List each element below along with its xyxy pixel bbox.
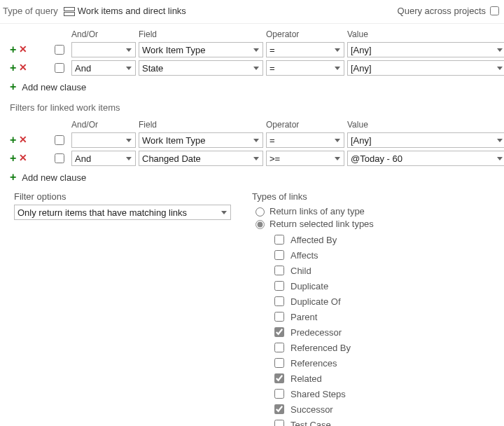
link-type-option[interactable]: Referenced By [272, 341, 483, 355]
linked-clause-row: +✕ [0, 131, 504, 149]
link-type-option[interactable]: Parent [272, 310, 483, 324]
clause-group-checkbox[interactable] [55, 135, 64, 145]
link-type-checkbox[interactable] [274, 281, 284, 291]
link-types-radio-selected[interactable]: Return selected link types [252, 217, 483, 230]
link-type-label: Affects [290, 250, 318, 261]
remove-clause-icon[interactable]: ✕ [19, 44, 27, 55]
link-type-checkbox[interactable] [274, 389, 284, 399]
clause-field-select[interactable] [139, 60, 263, 76]
link-type-option[interactable]: Duplicate [272, 279, 483, 293]
link-type-option[interactable]: Duplicate Of [272, 294, 483, 308]
add-new-clause-top[interactable]: + Add new clause [0, 77, 86, 97]
remove-clause-icon[interactable]: ✕ [19, 135, 27, 146]
link-type-checkbox[interactable] [274, 343, 284, 352]
link-type-checkbox[interactable] [274, 235, 284, 245]
top-clause-row: +✕ [0, 59, 504, 77]
clause-operator-select[interactable] [266, 60, 344, 76]
top-bar: Type of query Work items and direct link… [0, 0, 504, 24]
link-type-label: Duplicate Of [290, 296, 341, 307]
clause-value-select[interactable] [347, 60, 504, 76]
clause-field-select[interactable] [139, 132, 263, 148]
clause-andor-select[interactable] [71, 42, 136, 57]
clause-group-checkbox[interactable] [55, 153, 64, 163]
clause-header-row-linked: And/Or Field Operator Value [0, 118, 504, 131]
header-operator: Operator [266, 120, 344, 130]
linked-clause-row: +✕ [0, 149, 504, 167]
query-across-projects-toggle[interactable]: Query across projects [398, 4, 501, 18]
clause-operator-select[interactable] [266, 42, 344, 57]
linked-filters-title: Filters for linked work items [0, 97, 504, 114]
clause-group-checkbox[interactable] [55, 63, 64, 73]
link-type-option[interactable]: Successor [272, 402, 483, 416]
clause-andor-select[interactable] [71, 60, 136, 76]
filter-options-select[interactable] [14, 205, 231, 220]
link-type-checkbox[interactable] [274, 266, 284, 275]
direct-links-icon [64, 7, 74, 15]
link-type-label: Parent [290, 312, 317, 322]
insert-clause-icon[interactable]: + [10, 153, 16, 164]
clause-value-select[interactable] [347, 151, 504, 166]
link-type-option[interactable]: Predecessor [272, 325, 483, 339]
header-value: Value [347, 29, 504, 39]
link-type-checkbox[interactable] [274, 420, 284, 426]
link-types-radio-any-input[interactable] [255, 207, 265, 217]
link-type-checkbox[interactable] [274, 358, 284, 368]
link-type-label: Predecessor [290, 327, 342, 338]
header-operator: Operator [266, 29, 344, 39]
link-type-label: Successor [290, 404, 333, 415]
link-type-checkbox[interactable] [274, 327, 284, 337]
clause-value-select[interactable] [347, 132, 504, 148]
query-across-projects-checkbox[interactable] [490, 6, 499, 15]
link-type-option[interactable]: Shared Steps [272, 387, 483, 401]
insert-clause-icon[interactable]: + [10, 135, 16, 146]
link-type-checkbox[interactable] [274, 373, 284, 383]
insert-clause-icon[interactable]: + [10, 44, 16, 55]
link-type-option[interactable]: Test Case [272, 418, 483, 426]
insert-clause-icon[interactable]: + [10, 62, 16, 74]
link-type-checkbox[interactable] [274, 404, 284, 414]
clause-field-select[interactable] [139, 42, 263, 57]
header-field: Field [139, 120, 263, 130]
add-new-clause-label: Add new clause [22, 82, 86, 92]
link-type-label: Related [290, 373, 322, 384]
link-type-checkbox[interactable] [274, 312, 284, 322]
filter-options-label: Filter options [14, 191, 238, 202]
link-types-radio-selected-label: Return selected link types [270, 219, 374, 229]
plus-icon: + [10, 172, 16, 183]
clause-field-select[interactable] [139, 151, 263, 166]
query-across-projects-label: Query across projects [398, 6, 486, 16]
header-value: Value [347, 120, 504, 130]
link-type-checkbox[interactable] [274, 296, 284, 306]
clause-operator-select[interactable] [266, 132, 344, 148]
link-type-label: Referenced By [290, 343, 351, 353]
link-type-label: Shared Steps [290, 389, 346, 399]
link-type-option[interactable]: Affected By [272, 233, 483, 247]
query-type-text: Work items and direct links [78, 6, 186, 16]
link-type-option[interactable]: Child [272, 263, 483, 277]
link-type-option[interactable]: Related [272, 371, 483, 385]
clause-operator-select[interactable] [266, 151, 344, 166]
clause-andor-select[interactable] [71, 151, 136, 166]
clause-group-checkbox[interactable] [55, 45, 64, 55]
link-type-option[interactable]: References [272, 356, 483, 370]
query-type-value-display: Work items and direct links [64, 6, 186, 16]
header-andor: And/Or [71, 29, 136, 39]
link-type-checkbox[interactable] [274, 250, 284, 260]
link-type-label: Child [290, 266, 312, 276]
link-types-radio-selected-input[interactable] [255, 220, 265, 229]
header-field: Field [139, 29, 263, 39]
clause-value-select[interactable] [347, 42, 504, 57]
link-types-radio-any-label: Return links of any type [270, 206, 365, 217]
link-type-option[interactable]: Affects [272, 248, 483, 262]
clause-andor-select[interactable] [71, 132, 136, 148]
link-types-radio-any[interactable]: Return links of any type [252, 205, 483, 217]
top-clause-row: +✕ [0, 41, 504, 59]
remove-clause-icon[interactable]: ✕ [19, 62, 27, 74]
remove-clause-icon[interactable]: ✕ [19, 153, 27, 164]
lower-options-row: Filter options Types of links Return lin… [0, 187, 504, 426]
clause-header-row: And/Or Field Operator Value [0, 28, 504, 41]
link-type-label: Duplicate [290, 281, 328, 291]
header-andor: And/Or [71, 120, 136, 130]
add-new-clause-linked[interactable]: + Add new clause [0, 167, 86, 187]
add-new-clause-label: Add new clause [22, 172, 86, 183]
